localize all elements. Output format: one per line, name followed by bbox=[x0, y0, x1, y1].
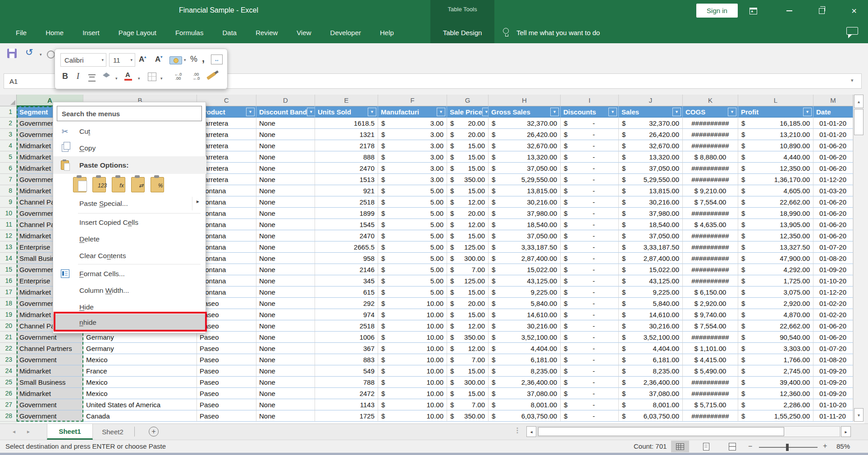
cell-G6[interactable]: $15.00 bbox=[447, 163, 489, 174]
cell-E15[interactable]: 2146 bbox=[315, 264, 378, 275]
cell-M5[interactable]: 01-06-20 bbox=[813, 151, 853, 163]
accounting-dropdown-icon[interactable]: ▾ bbox=[184, 58, 186, 62]
cell-E18[interactable]: 292 bbox=[315, 298, 378, 309]
paste-keep-source-icon[interactable] bbox=[73, 175, 88, 192]
filter-icon[interactable]: ▾ bbox=[608, 108, 617, 116]
cell-L11[interactable]: $13,905.00 bbox=[738, 219, 813, 230]
view-page-layout-button[interactable] bbox=[697, 441, 715, 452]
ribbon-tab-help[interactable]: Help bbox=[370, 29, 403, 36]
cell-J25[interactable]: $2,36,400.00 bbox=[619, 377, 683, 388]
row-number-15[interactable]: 15 bbox=[0, 264, 17, 275]
cell-D16[interactable]: None bbox=[256, 275, 315, 287]
cell-K14[interactable]: ########## bbox=[683, 253, 738, 264]
cell-D23[interactable]: None bbox=[256, 354, 315, 365]
cell-G26[interactable]: $15.00 bbox=[447, 388, 489, 399]
cell-D22[interactable]: None bbox=[256, 343, 315, 354]
cell-I4[interactable]: $- bbox=[561, 140, 619, 151]
zoom-level[interactable]: 85% bbox=[836, 442, 863, 450]
cell-I3[interactable]: $- bbox=[561, 129, 619, 140]
column-letter-E[interactable]: E bbox=[315, 95, 378, 106]
cell-D5[interactable]: None bbox=[256, 151, 315, 163]
cell-I18[interactable]: $- bbox=[561, 298, 619, 309]
cell-M15[interactable]: 01-09-20 bbox=[813, 264, 853, 275]
borders-button[interactable] bbox=[148, 73, 156, 81]
paste-formulas-icon[interactable]: fx bbox=[112, 175, 127, 192]
cell-I15[interactable]: $- bbox=[561, 264, 619, 275]
cell-J2[interactable]: $32,370.00 bbox=[619, 118, 683, 129]
column-letter-F[interactable]: F bbox=[378, 95, 447, 106]
tab-table-design[interactable]: Table Design bbox=[430, 22, 494, 43]
cell-M13[interactable]: 01-07-20 bbox=[813, 241, 853, 253]
cell-H8[interactable]: $13,815.00 bbox=[489, 185, 561, 196]
cell-C23[interactable]: Paseo bbox=[197, 354, 256, 365]
paste-formatting-icon[interactable]: % bbox=[151, 175, 166, 192]
cell-J7[interactable]: $5,29,550.00 bbox=[619, 174, 683, 185]
select-all-corner[interactable] bbox=[0, 95, 17, 106]
cell-M25[interactable]: 01-09-20 bbox=[813, 377, 853, 388]
view-page-break-button[interactable] bbox=[723, 441, 741, 452]
row-number-1[interactable]: 1 bbox=[0, 106, 17, 118]
cell-D20[interactable]: None bbox=[256, 320, 315, 332]
cell-M9[interactable]: 01-06-20 bbox=[813, 196, 853, 208]
cell-K19[interactable]: $ 9,740.00 bbox=[683, 309, 738, 320]
cell-G12[interactable]: $15.00 bbox=[447, 230, 489, 241]
cell-E9[interactable]: 2518 bbox=[315, 196, 378, 208]
cell-G21[interactable]: $350.00 bbox=[447, 332, 489, 343]
font-color-dropdown-icon[interactable]: ▾ bbox=[138, 76, 140, 81]
ribbon-tab-insert[interactable]: Insert bbox=[73, 29, 109, 36]
column-letter-G[interactable]: G bbox=[447, 95, 489, 106]
cell-I12[interactable]: $- bbox=[561, 230, 619, 241]
cell-G10[interactable]: $20.00 bbox=[447, 208, 489, 219]
menu-item-clear-contents[interactable]: Clear Contents bbox=[53, 247, 206, 264]
cell-L22[interactable]: $3,303.00 bbox=[738, 343, 813, 354]
cell-G25[interactable]: $300.00 bbox=[447, 377, 489, 388]
cell-K5[interactable]: $ 8,880.00 bbox=[683, 151, 738, 163]
row-number-11[interactable]: 11 bbox=[0, 219, 17, 230]
row-number-7[interactable]: 7 bbox=[0, 174, 17, 185]
cell-J15[interactable]: $15,022.00 bbox=[619, 264, 683, 275]
row-number-17[interactable]: 17 bbox=[0, 287, 17, 298]
row-number-12[interactable]: 12 bbox=[0, 230, 17, 241]
cell-D8[interactable]: None bbox=[256, 185, 315, 196]
menu-item-paste-special[interactable]: Paste Special... bbox=[53, 195, 206, 212]
ribbon-tab-view[interactable]: View bbox=[287, 29, 320, 36]
ribbon-tab-review[interactable]: Review bbox=[246, 29, 287, 36]
row-number-21[interactable]: 21 bbox=[0, 332, 17, 343]
cell-F22[interactable]: $10.00 bbox=[378, 343, 447, 354]
cell-I5[interactable]: $- bbox=[561, 151, 619, 163]
cell-I2[interactable]: $- bbox=[561, 118, 619, 129]
cell-D14[interactable]: None bbox=[256, 253, 315, 264]
tell-me-box[interactable]: Tell me what you want to do bbox=[516, 22, 600, 43]
decrease-decimal-button[interactable]: ←.0 .00 bbox=[170, 73, 186, 81]
cell-K3[interactable]: ########## bbox=[683, 129, 738, 140]
cell-G16[interactable]: $125.00 bbox=[447, 275, 489, 287]
scroll-left-icon[interactable]: ◂ bbox=[526, 426, 536, 437]
cell-L6[interactable]: $12,350.00 bbox=[738, 163, 813, 174]
cell-D26[interactable]: None bbox=[256, 388, 315, 399]
scroll-down-icon[interactable]: ▾ bbox=[854, 408, 863, 422]
italic-button[interactable]: I bbox=[77, 72, 79, 81]
cell-H27[interactable]: $8,001.00 bbox=[489, 399, 561, 410]
cell-J8[interactable]: $13,815.00 bbox=[619, 185, 683, 196]
cell-K8[interactable]: $ 9,210.00 bbox=[683, 185, 738, 196]
table-header-date[interactable]: Date bbox=[813, 106, 853, 118]
cell-J22[interactable]: $4,404.00 bbox=[619, 343, 683, 354]
cell-D28[interactable]: None bbox=[256, 410, 315, 422]
redo-icon[interactable] bbox=[47, 50, 55, 59]
cell-M4[interactable]: 01-06-20 bbox=[813, 140, 853, 151]
bold-button[interactable]: B bbox=[62, 72, 68, 81]
cell-L25[interactable]: $39,400.00 bbox=[738, 377, 813, 388]
cell-B28[interactable]: Canada bbox=[83, 410, 197, 422]
cell-I6[interactable]: $- bbox=[561, 163, 619, 174]
cell-M14[interactable]: 01-08-20 bbox=[813, 253, 853, 264]
row-number-4[interactable]: 4 bbox=[0, 140, 17, 151]
cell-G18[interactable]: $20.00 bbox=[447, 298, 489, 309]
cell-J24[interactable]: $8,235.00 bbox=[619, 365, 683, 377]
sheet-nav-right-icon[interactable]: ▸ bbox=[27, 428, 30, 435]
cell-J9[interactable]: $30,216.00 bbox=[619, 196, 683, 208]
minimize-button[interactable] bbox=[780, 3, 799, 19]
cell-K22[interactable]: $ 1,101.00 bbox=[683, 343, 738, 354]
cell-J28[interactable]: $6,03,750.00 bbox=[619, 410, 683, 422]
cell-L13[interactable]: $13,327.50 bbox=[738, 241, 813, 253]
table-header-gross-sales[interactable]: Gross Sales▾ bbox=[489, 106, 561, 118]
